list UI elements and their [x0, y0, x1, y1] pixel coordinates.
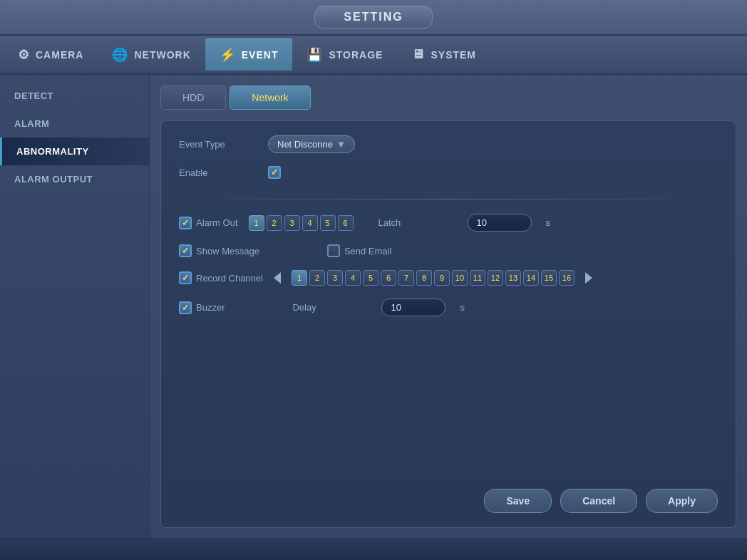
record-channel-checkbox[interactable]: ✓ — [179, 271, 192, 284]
storage-icon: 💾 — [306, 47, 323, 63]
subtab-hdd[interactable]: HDD — [160, 85, 226, 110]
alarm-out-checkbox-wrapper[interactable]: ✓ Alarm Out — [179, 217, 238, 229]
buzzer-wrapper[interactable]: ✓ Buzzer — [179, 301, 225, 314]
apply-button[interactable]: Apply — [646, 489, 718, 513]
record-channel-numbers: 1 2 3 4 5 6 7 8 9 10 11 12 13 14 15 16 — [292, 270, 575, 286]
record-channel-wrapper[interactable]: ✓ Record Channel — [179, 271, 263, 284]
alarm-out-btn-4[interactable]: 4 — [302, 215, 318, 231]
delay-input[interactable]: 10 — [381, 299, 445, 316]
nav-label-event: EVENT — [242, 49, 279, 61]
checkmark-icon: ✓ — [182, 273, 189, 283]
event-icon: ⚡ — [220, 47, 236, 63]
ch-btn-4[interactable]: 4 — [345, 270, 361, 286]
nav-label-camera: CAMERA — [36, 49, 83, 61]
sidebar-item-abnormality[interactable]: ABNORMALITY — [0, 138, 149, 165]
checkmark-icon: ✓ — [182, 218, 189, 228]
sidebar: DETECT ALARM ABNORMALITY ALARM OUTPUT — [0, 75, 150, 539]
latch-input[interactable]: 10 — [468, 214, 532, 232]
nav-tab-camera[interactable]: ⚙ CAMERA — [4, 38, 98, 71]
nav-tab-network[interactable]: 🌐 NETWORK — [98, 38, 205, 71]
event-type-value: Net Disconne — [277, 139, 333, 150]
ch-btn-14[interactable]: 14 — [523, 270, 539, 286]
latch-unit: s — [546, 217, 551, 228]
main-panel: Event Type Net Disconne ▼ Enable ✓ ✓ — [160, 120, 736, 528]
ch-btn-13[interactable]: 13 — [505, 270, 521, 286]
delay-label: Delay — [292, 302, 371, 313]
alarm-out-btn-6[interactable]: 6 — [338, 215, 354, 231]
send-email-label: Send Email — [344, 246, 391, 256]
nav-tab-storage[interactable]: 💾 STORAGE — [292, 38, 397, 71]
show-message-label: Show Message — [196, 246, 259, 256]
sidebar-item-detect[interactable]: DETECT — [0, 82, 149, 110]
bottom-buttons: Save Cancel Apply — [179, 475, 718, 513]
alarm-out-btn-5[interactable]: 5 — [320, 215, 336, 231]
system-icon: 🖥 — [411, 47, 425, 62]
ch-btn-1[interactable]: 1 — [292, 270, 307, 286]
nav-bar: ⚙ CAMERA 🌐 NETWORK ⚡ EVENT 💾 STORAGE 🖥 S… — [0, 36, 747, 75]
alarm-out-label: Alarm Out — [196, 217, 238, 228]
alarm-out-btn-3[interactable]: 3 — [284, 215, 300, 231]
nav-label-network: NETWORK — [134, 49, 190, 61]
ch-btn-10[interactable]: 10 — [452, 270, 468, 286]
nav-tab-system[interactable]: 🖥 SYSTEM — [397, 38, 490, 71]
show-message-checkbox[interactable]: ✓ — [179, 244, 192, 257]
ch-btn-16[interactable]: 16 — [559, 270, 575, 286]
record-channel-next-icon[interactable] — [585, 272, 592, 284]
record-channel-label: Record Channel — [196, 273, 263, 284]
record-channel-row: ✓ Record Channel 1 2 3 4 5 6 7 8 9 10 11 — [179, 270, 718, 286]
ch-btn-3[interactable]: 3 — [327, 270, 343, 286]
subtab-network[interactable]: Network — [230, 85, 310, 110]
buzzer-checkbox[interactable]: ✓ — [179, 301, 192, 314]
nav-tab-event[interactable]: ⚡ EVENT — [205, 38, 293, 71]
nav-label-system: SYSTEM — [431, 49, 476, 61]
message-email-row: ✓ Show Message Send Email — [179, 244, 718, 257]
status-bar — [0, 539, 747, 560]
event-type-row: Event Type Net Disconne ▼ — [179, 135, 718, 153]
page-title: SETTING — [314, 6, 432, 28]
alarm-out-btn-2[interactable]: 2 — [267, 215, 282, 231]
sidebar-item-alarm-output[interactable]: ALARM OUTPUT — [0, 165, 149, 193]
ch-btn-15[interactable]: 15 — [541, 270, 557, 286]
buzzer-label: Buzzer — [196, 302, 225, 313]
save-button[interactable]: Save — [484, 489, 552, 513]
send-email-wrapper[interactable]: Send Email — [327, 244, 391, 257]
sub-tabs: HDD Network — [160, 85, 736, 110]
delay-unit: s — [460, 302, 465, 313]
send-email-checkbox[interactable] — [327, 244, 340, 257]
sidebar-item-alarm[interactable]: ALARM — [0, 110, 149, 138]
ch-btn-7[interactable]: 7 — [398, 270, 414, 286]
main-layout: DETECT ALARM ABNORMALITY ALARM OUTPUT HD… — [0, 75, 747, 539]
network-icon: 🌐 — [112, 47, 128, 63]
ch-btn-9[interactable]: 9 — [434, 270, 450, 286]
enable-label: Enable — [179, 167, 257, 178]
alarm-out-checkbox[interactable]: ✓ — [179, 217, 192, 229]
buzzer-delay-row: ✓ Buzzer Delay 10 s — [179, 299, 718, 316]
enable-checkbox[interactable]: ✓ — [268, 166, 281, 179]
ch-btn-11[interactable]: 11 — [470, 270, 485, 286]
camera-icon: ⚙ — [18, 47, 30, 63]
alarm-out-btn-1[interactable]: 1 — [249, 215, 264, 231]
event-type-dropdown[interactable]: Net Disconne ▼ — [268, 135, 355, 153]
enable-row: Enable ✓ — [179, 166, 718, 179]
chevron-down-icon: ▼ — [336, 139, 346, 150]
show-message-wrapper[interactable]: ✓ Show Message — [179, 244, 259, 257]
checkmark-icon: ✓ — [182, 303, 189, 313]
ch-btn-5[interactable]: 5 — [363, 270, 378, 286]
latch-label: Latch — [378, 217, 457, 228]
ch-btn-6[interactable]: 6 — [381, 270, 396, 286]
content-area: HDD Network Event Type Net Disconne ▼ En… — [150, 75, 747, 539]
alarm-out-row: ✓ Alarm Out 1 2 3 4 5 6 Latch 10 s — [179, 214, 718, 232]
nav-label-storage: STORAGE — [329, 49, 383, 61]
ch-btn-8[interactable]: 8 — [416, 270, 432, 286]
cancel-button[interactable]: Cancel — [560, 489, 637, 513]
event-type-label: Event Type — [179, 139, 257, 150]
ch-btn-2[interactable]: 2 — [309, 270, 325, 286]
top-bar: SETTING — [0, 0, 747, 36]
divider — [179, 199, 718, 199]
alarm-out-numbers: 1 2 3 4 5 6 — [249, 215, 354, 231]
record-channel-prev-icon[interactable] — [274, 272, 281, 284]
ch-btn-12[interactable]: 12 — [488, 270, 503, 286]
checkmark-icon: ✓ — [182, 246, 189, 256]
checkmark-icon: ✓ — [271, 167, 278, 177]
